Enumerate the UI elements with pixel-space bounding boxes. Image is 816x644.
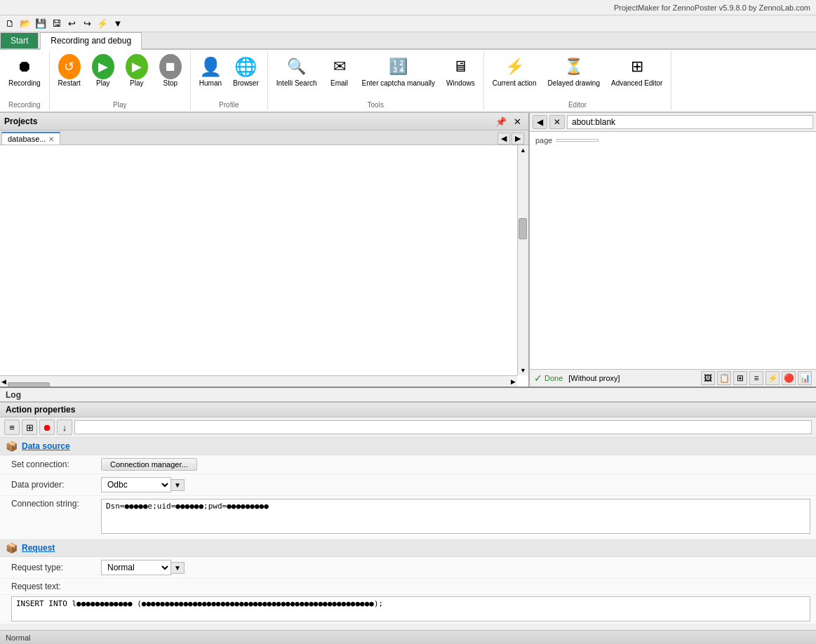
play-button-2[interactable]: ▶ Play <box>121 53 152 90</box>
captcha-button[interactable]: 🔢 Enter captcha manually <box>358 53 440 90</box>
datasource-section-header[interactable]: 📦 Data source <box>0 438 816 455</box>
project-tab-label: database... <box>8 135 46 143</box>
log-area: Log <box>0 387 816 402</box>
intelli-search-label: Intelli Search <box>276 79 317 88</box>
stop-label: Stop <box>163 79 178 88</box>
connection-string-input[interactable]: Dsn=●●●●●e;uid=●●●●●●;pwd=●●●●●●●●● <box>101 499 810 534</box>
browser-back-button[interactable]: ◀ <box>533 115 547 129</box>
project-tab-close[interactable]: ✕ <box>48 135 54 143</box>
undo-button[interactable]: ↩ <box>65 17 79 31</box>
play-label-1: Play <box>96 79 109 88</box>
ribbon-group-play: ↺ Restart ▶ Play ▶ Play ⏹ Stop <box>50 51 191 110</box>
scroll-down-arrow[interactable]: ▼ <box>518 365 528 375</box>
data-provider-row: Data provider: Odbc ▼ <box>0 474 816 496</box>
current-action-button[interactable]: ⚡ Current action <box>488 53 541 90</box>
redo-button[interactable]: ↪ <box>80 17 94 31</box>
tab-start[interactable]: Start <box>0 32 39 48</box>
request-type-dropdown-btn[interactable]: ▼ <box>171 562 185 574</box>
data-provider-select-wrap: Odbc ▼ <box>101 477 810 492</box>
project-tab[interactable]: database... ✕ <box>1 132 60 145</box>
data-provider-dropdown-btn[interactable]: ▼ <box>171 479 185 491</box>
tab-recording-debug[interactable]: Recording and debug <box>40 32 142 50</box>
connection-string-label: Connection string: <box>11 499 95 509</box>
title-bar: ProjectMaker for ZennoPoster v5.9.8.0 by… <box>0 0 816 15</box>
scroll-thumb-h[interactable] <box>8 382 50 387</box>
request-type-select[interactable]: Normal <box>101 560 171 575</box>
human-button[interactable]: 👤 Human <box>195 53 226 90</box>
new-button[interactable]: 🗋 <box>3 17 17 31</box>
set-connection-row: Set connection: Connection manager... <box>0 455 816 474</box>
request-section-header[interactable]: 📦 Request <box>0 539 816 557</box>
browser-icon-6[interactable]: 🔴 <box>782 371 796 385</box>
flash-button[interactable]: ⚡ <box>95 17 109 31</box>
browser-content: page <box>530 132 816 369</box>
ribbon-group-tools: 🔍 Intelli Search ✉ Email 🔢 Enter captcha… <box>268 51 484 110</box>
play-icon-2: ▶ <box>126 55 148 78</box>
vertical-scrollbar[interactable]: ▲ ▼ <box>517 145 528 375</box>
nav-right-button[interactable]: ▶ <box>511 133 524 145</box>
browser-icon-4[interactable]: ≡ <box>749 371 763 385</box>
scroll-right-arrow[interactable]: ▶ <box>509 377 517 387</box>
projects-header-icons: 📌 ✕ <box>494 114 524 128</box>
data-provider-select[interactable]: Odbc <box>101 477 171 492</box>
browser-close-button[interactable]: ✕ <box>549 115 565 129</box>
connection-manager-button[interactable]: Connection manager... <box>101 458 197 471</box>
human-icon: 👤 <box>199 55 222 78</box>
ap-text-input[interactable] <box>74 420 812 434</box>
request-type-label: Request type: <box>11 563 95 572</box>
browser-icon-1[interactable]: 🖼 <box>701 371 715 385</box>
open-button[interactable]: 📂 <box>18 17 32 31</box>
browser-url-input[interactable] <box>567 115 813 129</box>
browser-icon-2[interactable]: 📋 <box>717 371 731 385</box>
scroll-left-arrow[interactable]: ◀ <box>0 377 8 387</box>
ribbon-group-profile: 👤 Human 🌐 Browser Profile <box>191 51 268 110</box>
email-button[interactable]: ✉ Email <box>324 53 355 90</box>
browser-icon-5[interactable]: ⚡ <box>765 371 780 385</box>
browser-icons: 🖼 📋 ⊞ ≡ ⚡ 🔴 📊 <box>701 371 812 385</box>
quick-access-toolbar: 🗋 📂 💾 🖫 ↩ ↪ ⚡ ▼ <box>0 15 816 32</box>
close-projects-button[interactable]: ✕ <box>510 114 524 128</box>
scroll-thumb-v[interactable] <box>519 218 527 239</box>
set-connection-value: Connection manager... <box>101 458 810 471</box>
current-action-label: Current action <box>493 79 537 88</box>
browser-label: Browser <box>233 79 259 88</box>
play-label-2: Play <box>130 79 143 88</box>
projects-panel: Projects 📌 ✕ database... ✕ ◀ ▶ Start <box>0 113 530 387</box>
scroll-up-arrow[interactable]: ▲ <box>518 145 528 155</box>
windows-button[interactable]: 🖥 Windows <box>442 53 479 90</box>
ap-btn-2[interactable]: ⊞ <box>22 420 37 435</box>
ap-btn-1[interactable]: ≡ <box>4 420 20 435</box>
datasource-label[interactable]: Data source <box>22 441 70 451</box>
play-group-label: Play <box>113 100 126 109</box>
ribbon-group-editor: ⚡ Current action ⏳ Delayed drawing ⊞ Adv… <box>484 51 672 110</box>
advanced-editor-button[interactable]: ⊞ Advanced Editor <box>607 53 667 90</box>
play-icon-1: ▶ <box>92 55 114 78</box>
connection-string-row: Connection string: Dsn=●●●●●e;uid=●●●●●●… <box>0 496 816 539</box>
profile-group-label: Profile <box>219 100 239 109</box>
status-label: Normal <box>6 633 30 642</box>
done-label: Done <box>544 374 563 382</box>
nav-left-button[interactable]: ◀ <box>497 133 510 145</box>
restart-button[interactable]: ↺ Restart <box>54 53 85 90</box>
request-text-input[interactable]: INSERT INTO l●●●●●●●●●●●● (●●●●●●●●●●●●●… <box>11 596 810 622</box>
save-button[interactable]: 💾 <box>34 17 48 31</box>
pin-button[interactable]: 📌 <box>494 114 508 128</box>
stop-button[interactable]: ⏹ Stop <box>155 53 186 90</box>
browser-icon-7[interactable]: 📊 <box>798 371 812 385</box>
browser-icon-3[interactable]: ⊞ <box>733 371 747 385</box>
windows-icon: 🖥 <box>449 55 471 78</box>
browser-icon: 🌐 <box>234 55 257 78</box>
dropdown-button[interactable]: ▼ <box>111 17 125 31</box>
set-connection-label: Set connection: <box>11 459 95 469</box>
delayed-drawing-button[interactable]: ⏳ Delayed drawing <box>543 53 604 90</box>
save-all-button[interactable]: 🖫 <box>49 17 63 31</box>
horizontal-scrollbar[interactable]: ◀ ▶ <box>0 375 517 387</box>
recording-button[interactable]: ⏺ Recording <box>4 53 45 90</box>
request-text-area-wrap: INSERT INTO l●●●●●●●●●●●● (●●●●●●●●●●●●●… <box>0 595 816 624</box>
ap-btn-down[interactable]: ↓ <box>57 420 72 435</box>
ap-btn-red[interactable]: ⏺ <box>39 420 55 435</box>
request-label[interactable]: Request <box>22 543 55 553</box>
intelli-search-button[interactable]: 🔍 Intelli Search <box>272 53 321 90</box>
browser-button[interactable]: 🌐 Browser <box>229 53 263 90</box>
play-button-1[interactable]: ▶ Play <box>88 53 119 90</box>
